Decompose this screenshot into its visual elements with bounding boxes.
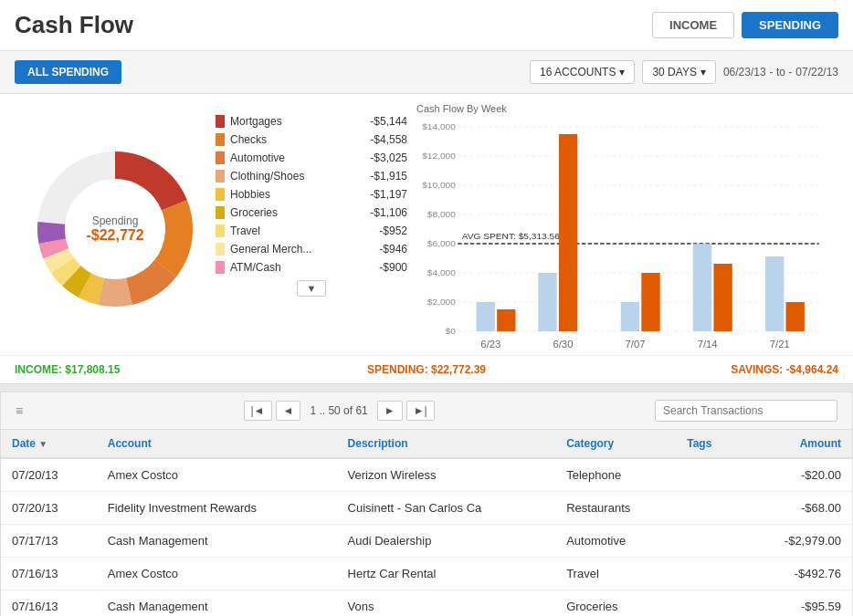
accounts-dropdown[interactable]: 16 ACCOUNTS ▾: [530, 60, 635, 84]
svg-rect-37: [765, 256, 784, 331]
transactions-toolbar: ≡ |◄ ◄ 1 .. 50 of 61 ► ►|: [1, 392, 852, 430]
sort-arrow-icon: ▼: [38, 439, 47, 449]
chevron-down-icon: ▾: [619, 66, 625, 78]
cell-date: 07/16/13: [1, 590, 97, 617]
transactions-section: ≡ |◄ ◄ 1 .. 50 of 61 ► ►| Date ▼ Account…: [0, 392, 853, 616]
summary-savings: SAVINGS: -$4,964.24: [563, 363, 838, 376]
svg-text:$8,000: $8,000: [427, 210, 456, 219]
cell-account: Fidelity Investment Rewards: [97, 492, 337, 525]
svg-rect-32: [559, 134, 577, 331]
table-row: 07/17/13 Cash Management Audi Dealership…: [1, 525, 852, 558]
cell-category: Automotive: [555, 525, 676, 558]
legend-item-amount: -$5,144: [370, 115, 407, 128]
legend-more-button[interactable]: ▼: [297, 280, 327, 297]
date-range: 06/23/13 - to - 07/22/13: [723, 66, 838, 78]
last-page-button[interactable]: ►|: [406, 401, 435, 421]
legend-item-name: General Merch...: [230, 243, 379, 256]
svg-text:$0: $0: [446, 327, 456, 336]
spending-button[interactable]: SPENDING: [742, 12, 838, 38]
legend-item-amount: -$4,558: [370, 133, 407, 146]
cell-account: Amex Costco: [97, 458, 337, 492]
cell-description: Cuisinett - San Carlos Ca: [337, 492, 556, 525]
legend-item-name: Hobbies: [230, 188, 370, 201]
legend-item-name: Automotive: [230, 151, 370, 164]
next-page-button[interactable]: ►: [377, 401, 403, 421]
legend-color-swatch: [216, 133, 225, 146]
bar-chart-title: Cash Flow By Week: [416, 103, 829, 114]
svg-rect-30: [497, 309, 515, 331]
svg-text:$12,000: $12,000: [422, 151, 456, 161]
svg-text:6/30: 6/30: [553, 339, 573, 350]
amount-column-header[interactable]: Amount: [742, 430, 852, 458]
page-header: Cash Flow INCOME SPENDING: [0, 0, 853, 51]
prev-page-button[interactable]: ◄: [276, 401, 301, 421]
legend-item-amount: -$1,915: [370, 170, 407, 183]
legend-color-swatch: [216, 224, 225, 237]
legend-item-name: Mortgages: [230, 115, 370, 128]
main-toolbar: ALL SPENDING 16 ACCOUNTS ▾ 30 DAYS ▾ 06/…: [0, 51, 853, 94]
toolbar-right: 16 ACCOUNTS ▾ 30 DAYS ▾ 06/23/13 - to - …: [530, 60, 838, 84]
legend-item-name: Checks: [230, 133, 370, 146]
legend-color-swatch: [216, 243, 225, 256]
legend-more: ▼: [216, 277, 407, 300]
income-button[interactable]: INCOME: [652, 12, 734, 38]
cell-date: 07/20/13: [1, 458, 97, 492]
list-icon: ≡: [16, 403, 23, 418]
date-column-header[interactable]: Date ▼: [1, 430, 97, 458]
donut-label: Spending -$22,772: [86, 214, 143, 244]
description-column-header[interactable]: Description: [337, 430, 556, 458]
legend-item-amount: -$952: [379, 224, 407, 237]
table-header-row: Date ▼ Account Description Category Tags…: [1, 430, 852, 458]
cell-amount: -$68.00: [742, 492, 852, 525]
account-column-header[interactable]: Account: [97, 430, 337, 458]
cell-tags: [676, 590, 742, 617]
cell-account: Cash Management: [97, 590, 337, 617]
cell-description: Hertz Car Rental: [337, 558, 556, 590]
summary-income: INCOME: $17,808.15: [15, 363, 290, 376]
first-page-button[interactable]: |◄: [244, 401, 272, 421]
cell-tags: [676, 558, 742, 590]
chart-section: Spending -$22,772 Mortgages -$5,144 Chec…: [0, 94, 853, 355]
svg-text:$4,000: $4,000: [427, 268, 456, 277]
legend-color-swatch: [216, 261, 225, 274]
bar-chart: $14,000 $12,000 $10,000 $8,000 $6,000 $4…: [416, 118, 829, 355]
legend-item: Groceries -$1,106: [216, 204, 407, 222]
svg-rect-33: [621, 302, 639, 331]
cell-amount: -$2,979.00: [742, 525, 852, 558]
transactions-table: Date ▼ Account Description Category Tags…: [1, 430, 852, 616]
svg-text:AVG SPENT: $5,313.56: AVG SPENT: $5,313.56: [462, 232, 560, 241]
legend-item: Travel -$952: [216, 222, 407, 240]
legend-item: General Merch... -$946: [216, 240, 407, 258]
svg-text:7/07: 7/07: [626, 339, 646, 350]
svg-text:$14,000: $14,000: [422, 122, 456, 131]
svg-rect-35: [693, 244, 711, 331]
transactions-icon: ≡: [16, 403, 23, 418]
legend-item: Automotive -$3,025: [216, 149, 407, 167]
cell-amount: -$95.59: [742, 590, 852, 617]
search-input[interactable]: [655, 400, 837, 422]
category-column-header[interactable]: Category: [555, 430, 676, 458]
table-row: 07/16/13 Cash Management Vons Groceries …: [1, 590, 852, 617]
tags-column-header[interactable]: Tags: [676, 430, 742, 458]
days-dropdown[interactable]: 30 DAYS ▾: [642, 60, 715, 84]
legend-item: Mortgages -$5,144: [216, 112, 407, 131]
cell-amount: -$20.00: [742, 458, 852, 492]
legend-color-swatch: [216, 188, 225, 201]
legend-item-name: Groceries: [230, 206, 370, 219]
all-spending-button[interactable]: ALL SPENDING: [15, 60, 121, 84]
svg-rect-29: [477, 302, 495, 331]
cell-description: Audi Dealership: [337, 525, 556, 558]
bar-chart-container: Cash Flow By Week $14,000 $12,000 $10,00…: [407, 103, 838, 355]
legend: Mortgages -$5,144 Checks -$4,558 Automot…: [216, 103, 407, 355]
svg-text:$6,000: $6,000: [427, 239, 456, 248]
cell-date: 07/16/13: [1, 558, 97, 590]
cell-account: Amex Costco: [97, 558, 337, 590]
chevron-down-icon: ▾: [700, 66, 706, 78]
cell-category: Restaurants: [555, 492, 676, 525]
cell-description: Vons: [337, 590, 556, 617]
legend-item: Clothing/Shoes -$1,915: [216, 167, 407, 185]
table-row: 07/20/13 Fidelity Investment Rewards Cui…: [1, 492, 852, 525]
cell-category: Telephone: [555, 458, 676, 492]
cell-description: Verizon Wireless: [337, 458, 556, 492]
legend-color-swatch: [216, 170, 225, 183]
